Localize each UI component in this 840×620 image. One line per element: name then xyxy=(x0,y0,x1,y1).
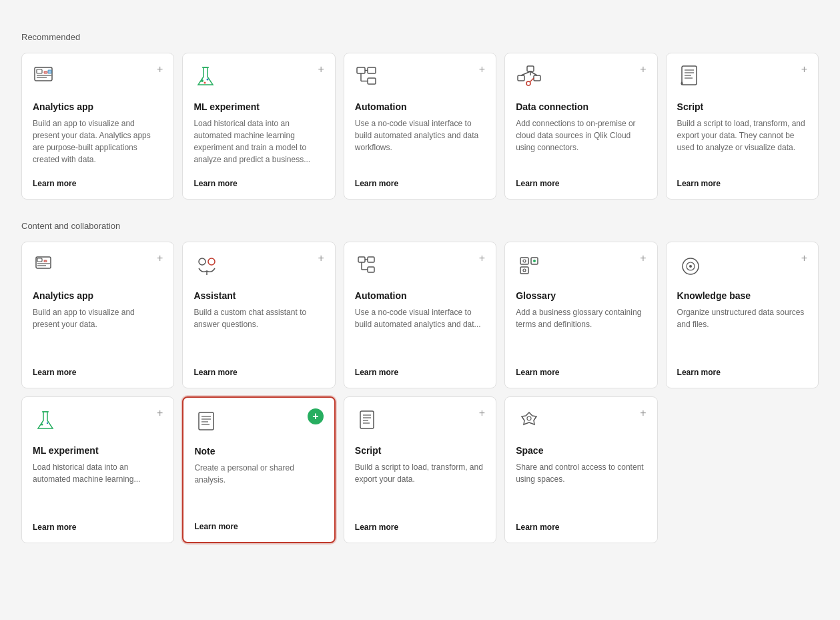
learn-more-link[interactable]: Learn more xyxy=(355,523,485,532)
data-connection-icon xyxy=(516,64,542,91)
section-content-collaboration: Content and collaboration +Analytics app… xyxy=(21,221,819,543)
learn-more-link[interactable]: Learn more xyxy=(516,368,646,377)
script-small-icon xyxy=(355,408,382,434)
svg-rect-32 xyxy=(44,260,47,262)
svg-point-45 xyxy=(533,260,536,262)
svg-point-52 xyxy=(41,424,43,426)
card-description: Load historical data into an automated m… xyxy=(193,117,324,171)
card-ml-experiment-cc[interactable]: +ML experimentLoad historical data into … xyxy=(21,396,174,543)
card-description: Build a script to load, transform, and e… xyxy=(355,461,485,515)
card-title: Glossary xyxy=(516,290,646,301)
add-button[interactable]: + xyxy=(318,64,324,75)
add-button[interactable]: + xyxy=(479,253,485,264)
svg-rect-29 xyxy=(37,258,42,262)
card-automation-cc[interactable]: +AutomationUse a no-code visual interfac… xyxy=(344,242,496,388)
card-title: Assistant xyxy=(193,290,324,301)
card-assistant-cc[interactable]: +AssistantBuild a custom chat assistant … xyxy=(182,242,335,388)
card-space-cc[interactable]: +SpaceShare and control access to conten… xyxy=(504,396,657,543)
card-script-cc[interactable]: +ScriptBuild a script to load, transform… xyxy=(344,396,496,543)
add-button[interactable]: + xyxy=(801,253,807,264)
analytics-app-small-icon xyxy=(33,253,59,280)
card-title: Space xyxy=(516,445,646,456)
add-button[interactable]: + xyxy=(479,64,485,75)
card-description: Build a custom chat assistant to answer … xyxy=(193,306,324,360)
card-ml-experiment-rec[interactable]: +ML experimentLoad historical data into … xyxy=(182,53,335,200)
cards-grid: +Analytics appBuild an app to visualize … xyxy=(21,53,819,200)
analytics-app-icon xyxy=(33,64,59,91)
card-knowledge-base-cc[interactable]: +Knowledge baseOrganize unstructured dat… xyxy=(666,242,819,388)
svg-rect-36 xyxy=(358,257,365,262)
assistant-icon xyxy=(193,253,220,280)
card-title: Analytics app xyxy=(33,101,163,112)
learn-more-link[interactable]: Learn more xyxy=(194,522,323,531)
add-button[interactable]: + xyxy=(479,408,485,418)
card-title: Note xyxy=(194,446,323,456)
card-description: Add connections to on-premise or cloud d… xyxy=(516,117,646,171)
learn-more-link[interactable]: Learn more xyxy=(677,368,807,377)
section-recommended: Recommended +Analytics appBuild an app t… xyxy=(21,32,819,200)
svg-rect-18 xyxy=(534,75,540,81)
learn-more-link[interactable]: Learn more xyxy=(193,368,324,377)
learn-more-link[interactable]: Learn more xyxy=(677,179,807,188)
cards-grid: +Analytics appBuild an app to visualize … xyxy=(21,242,819,543)
learn-more-link[interactable]: Learn more xyxy=(355,368,485,377)
card-title: Data connection xyxy=(516,101,646,112)
learn-more-link[interactable]: Learn more xyxy=(33,368,163,377)
add-button[interactable]: + xyxy=(318,253,324,264)
svg-point-8 xyxy=(207,79,209,81)
svg-rect-16 xyxy=(527,66,534,71)
ml-small-icon xyxy=(33,408,59,434)
svg-line-20 xyxy=(521,71,530,75)
svg-rect-4 xyxy=(44,71,47,73)
learn-more-link[interactable]: Learn more xyxy=(33,523,163,532)
card-title: Script xyxy=(355,445,485,456)
svg-point-9 xyxy=(204,82,206,84)
svg-rect-1 xyxy=(37,69,42,73)
card-description: Organize unstructured data sources and f… xyxy=(677,306,807,360)
card-title: Analytics app xyxy=(33,290,163,301)
card-description: Share and control access to content usin… xyxy=(516,461,646,515)
add-button[interactable]: + xyxy=(640,408,646,418)
learn-more-link[interactable]: Learn more xyxy=(33,179,163,188)
card-data-connection-rec[interactable]: +Data connectionAdd connections to on-pr… xyxy=(504,53,657,200)
add-button-green[interactable]: + xyxy=(308,408,324,424)
svg-rect-11 xyxy=(368,67,376,73)
card-title: ML experiment xyxy=(193,101,324,112)
svg-point-34 xyxy=(208,258,215,265)
add-button[interactable]: + xyxy=(157,408,163,418)
card-description: Use a no-code visual interface to build … xyxy=(355,306,485,360)
card-note-cc[interactable]: +NoteCreate a personal or shared analysi… xyxy=(182,396,335,543)
learn-more-link[interactable]: Learn more xyxy=(193,179,324,188)
svg-rect-54 xyxy=(199,412,214,430)
svg-rect-17 xyxy=(518,75,524,81)
script-icon xyxy=(677,64,704,91)
add-button[interactable]: + xyxy=(157,253,163,264)
learn-more-link[interactable]: Learn more xyxy=(355,179,485,188)
learn-more-link[interactable]: Learn more xyxy=(516,179,646,188)
add-button[interactable]: + xyxy=(640,64,646,75)
card-description: Use a no-code visual interface to build … xyxy=(355,117,485,171)
learn-more-link[interactable]: Learn more xyxy=(516,523,646,532)
automation-icon xyxy=(355,64,382,91)
note-icon xyxy=(194,408,221,435)
card-analytics-app-rec[interactable]: +Analytics appBuild an app to visualize … xyxy=(21,53,174,200)
svg-rect-38 xyxy=(368,267,374,272)
card-glossary-cc[interactable]: +GlossaryAdd a business glossary contain… xyxy=(504,242,657,388)
svg-rect-5 xyxy=(48,70,51,73)
add-button[interactable]: + xyxy=(801,64,807,75)
svg-point-33 xyxy=(199,258,205,265)
add-button[interactable]: + xyxy=(157,64,163,75)
card-script-rec[interactable]: +ScriptBuild a script to load, transform… xyxy=(666,53,819,200)
ml-experiment-icon xyxy=(193,64,220,91)
space-icon xyxy=(516,408,542,434)
svg-line-21 xyxy=(530,71,537,75)
card-analytics-app-cc[interactable]: +Analytics appBuild an app to visualize … xyxy=(21,242,174,388)
card-description: Build an app to visualize and present yo… xyxy=(33,306,163,360)
svg-rect-59 xyxy=(360,411,374,428)
add-button[interactable]: + xyxy=(640,253,646,264)
section-title: Content and collaboration xyxy=(21,221,819,231)
card-automation-rec[interactable]: +AutomationUse a no-code visual interfac… xyxy=(344,53,496,200)
card-description: Load historical data into an automated m… xyxy=(33,461,163,515)
card-title: Automation xyxy=(355,101,485,112)
svg-point-47 xyxy=(523,269,526,272)
